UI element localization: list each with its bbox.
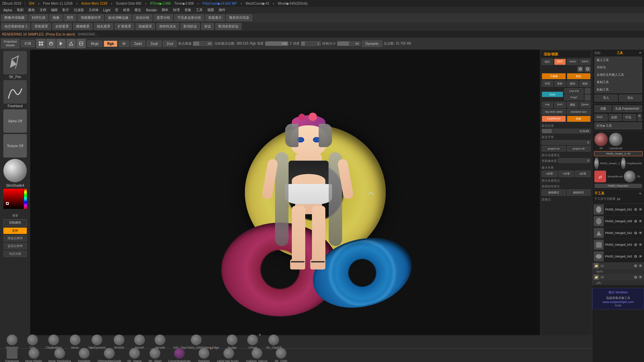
r-label-btn[interactable]: R	[637, 114, 642, 121]
btn-light[interactable]: 照亮	[64, 14, 76, 21]
tool-transpose[interactable]: Transpose	[3, 347, 21, 362]
brush-mod-slider[interactable]: 0	[558, 158, 591, 163]
subtool-settings-icon3[interactable]: ⚙	[634, 231, 638, 235]
menu-macro[interactable]: 宏	[113, 7, 120, 13]
btn-unfold-all[interactable]: 取消全部折边	[215, 23, 241, 30]
btn-rotate[interactable]: 旋转	[567, 80, 578, 87]
pm3d-head-thumb1[interactable]	[594, 133, 608, 146]
btn-snap[interactable]: 捕捉	[567, 102, 578, 108]
tool-zmodeler[interactable]: 1 ZModeler	[75, 347, 93, 362]
draw-size-slider[interactable]: 64	[337, 41, 361, 46]
dynamic-btn[interactable]: Dynamic	[362, 41, 382, 47]
tool-vahid-hair[interactable]: vahid hair brush_	[215, 347, 242, 362]
btn-z-zero[interactable]: Z归零	[575, 171, 591, 177]
btn-x-zero[interactable]: X归零	[542, 171, 557, 177]
btn-auto-group[interactable]: 自动分组	[133, 14, 152, 21]
btn-line-fill[interactable]: Line Fill	[564, 88, 584, 94]
color-picker[interactable]	[3, 189, 27, 212]
btn-import[interactable]: 导入	[594, 95, 618, 102]
btn-clone[interactable]: 克隆	[594, 105, 611, 112]
folder-eye-icon2[interactable]: 👁	[639, 275, 643, 279]
subtool-settings-icon5[interactable]: ⚙	[634, 254, 638, 258]
edit-btn5[interactable]	[76, 39, 86, 48]
alpha-off-btn[interactable]: Alpha Off	[3, 109, 27, 133]
subtool-merged038[interactable]: PM3D_Merged_038 ⚙ 👁	[592, 216, 644, 227]
tool-move-topological[interactable]: Move Topologica	[46, 347, 73, 362]
rgb-btn[interactable]: Rgb	[104, 41, 117, 47]
folder-settings-icon2[interactable]: ⚙	[634, 275, 638, 279]
subtool-settings-icon2[interactable]: ⚙	[634, 219, 638, 223]
subtool-eye-icon[interactable]: 👁	[639, 207, 643, 212]
subtool-merged043[interactable]: PM3D_Merged_043 ⚙ 👁	[592, 251, 644, 262]
btn-all-mask[interactable]: 全部遮罩	[52, 23, 72, 30]
btn-close-holes[interactable]: 封闭孔洞	[29, 14, 48, 21]
btn-all[interactable]: 全部	[609, 114, 622, 121]
btn-smart-realign[interactable]: 智能重新对齐	[78, 14, 104, 21]
btn-lazy-mouse[interactable]: LazyMouse	[542, 116, 566, 122]
lazy-step-slider[interactable]: 0.0145	[542, 129, 591, 133]
simplebrush-thumb[interactable]	[594, 171, 606, 182]
color-mode-btn[interactable]: 切换颜色	[3, 219, 27, 226]
menu-document[interactable]: 文档	[38, 7, 48, 13]
menu-light[interactable]: Light	[101, 8, 113, 13]
btn-fold[interactable]: 折边	[201, 23, 214, 30]
btn-polyf[interactable]: PolyF	[564, 95, 584, 100]
pm3d-head3-thumb[interactable]	[624, 171, 636, 182]
btn-reduce-mask[interactable]: 缩减遮罩	[136, 23, 155, 30]
tool-topology[interactable]: 6 Topology	[195, 347, 213, 362]
btn-exo[interactable]: ExO	[554, 102, 566, 108]
menu-texture[interactable]: 纹理	[171, 7, 182, 13]
menu-script[interactable]: 脚本	[160, 7, 170, 13]
btn-unfold[interactable]: 取消折边	[180, 23, 200, 30]
rgb-strength-slider[interactable]: 100	[265, 41, 288, 46]
btn-y-zero[interactable]: Y归零	[558, 171, 574, 177]
btn-sharpen-mask[interactable]: 锐化遮罩	[94, 23, 113, 30]
btn-goz[interactable]: GoZ	[594, 114, 608, 121]
btn-copy-tool[interactable]: 复制工具	[594, 79, 642, 86]
btn-coord[interactable]: 坐标	[554, 80, 566, 87]
btn-backface-mask[interactable]: 背面遮罩	[32, 23, 51, 30]
zoom-out-icon[interactable]	[585, 66, 591, 72]
view-icon2[interactable]	[585, 95, 591, 101]
menu-material[interactable]: 材质	[121, 7, 132, 13]
projection-master-btn[interactable]: ProjectionMaster	[1, 39, 19, 48]
zoom-in-icon[interactable]	[577, 66, 583, 72]
btn-align[interactable]: 对其	[542, 80, 553, 87]
folder-18-yifu[interactable]: 📁 18 ⚙ 👁	[592, 274, 644, 281]
zcut-btn[interactable]: Zcut	[163, 41, 177, 47]
menu-alpha[interactable]: Alpha	[1, 8, 14, 13]
low-subdiv-btn[interactable]: 降低分辨率	[3, 235, 27, 242]
btn-light-tool[interactable]: 灯光►工具	[594, 122, 642, 129]
btn-imp[interactable]: Imp	[542, 102, 553, 108]
btn-topology[interactable]: 拓扑	[542, 59, 553, 65]
folder-settings-icon[interactable]: ⚙	[634, 264, 638, 268]
btn-expand-mask[interactable]: 扩展遮罩	[115, 23, 134, 30]
edit-btn3[interactable]	[56, 39, 66, 48]
btn-scale[interactable]: 缩放	[579, 80, 591, 87]
folder-12-fashi[interactable]: 📁 12 ⚙ 👁	[592, 262, 644, 269]
subtool-settings-icon[interactable]: ⚙	[634, 207, 638, 212]
brush-sk-pen[interactable]: SK_Pen	[3, 51, 27, 79]
pm3d-head-thumb2[interactable]	[594, 158, 599, 169]
material-preview[interactable]	[3, 159, 27, 182]
zadd-btn[interactable]: Zadd	[130, 41, 146, 47]
btn-special-wash[interactable]: 按特性洗光	[156, 23, 179, 30]
btn-image-hide[interactable]: 图像并排隐藏	[1, 14, 28, 21]
tool-zremesher[interactable]: ZRemesherGuide	[95, 347, 123, 362]
btn-gen-polymesh[interactable]: 生成 PolyMesh3D	[612, 105, 642, 112]
btn-subpixel[interactable]: 子像素	[542, 73, 566, 79]
folder-eye-icon[interactable]: 👁	[639, 264, 643, 268]
subtool-eye-icon4[interactable]: 👁	[639, 243, 643, 247]
btn-rough[interactable]: 粗粒	[567, 73, 591, 79]
zsub-btn[interactable]: Zsub	[147, 41, 161, 47]
menu-geometry[interactable]: 几何体	[87, 7, 101, 13]
cylinder3d-thumb[interactable]	[609, 133, 623, 146]
high-subdiv-btn[interactable]: 提高分辨率	[3, 243, 27, 249]
btn-mirror[interactable]: 镜像	[50, 14, 62, 21]
menu-plugin[interactable]: 插件	[217, 7, 227, 13]
btn-preview-bool[interactable]: 预览布尔渲染	[226, 14, 252, 21]
focal-slider[interactable]: -59	[193, 41, 213, 46]
pm3d-plane-btn[interactable]: PM3D_Plane3D1	[594, 184, 642, 188]
btn-mask-group[interactable]: 遮罩分组	[154, 14, 173, 21]
btn-bpr[interactable]: BPR	[554, 59, 566, 65]
